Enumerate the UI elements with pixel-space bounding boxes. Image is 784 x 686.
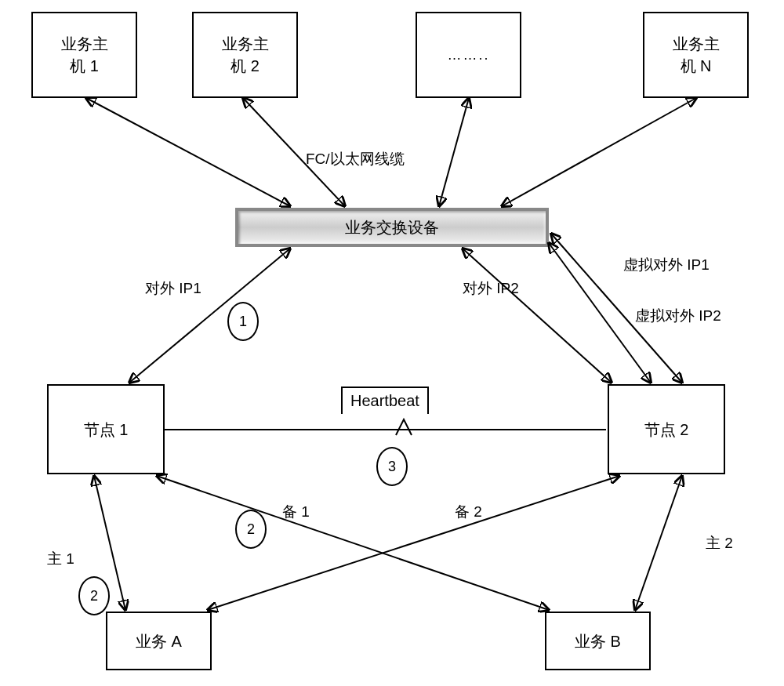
- svg-line-2: [439, 98, 469, 206]
- backup2-label: 备 2: [455, 502, 482, 522]
- primary1-label: 主 1: [47, 549, 74, 569]
- node-1-label: 节点 1: [84, 419, 129, 441]
- host-box-1: 业务主 机 1: [31, 12, 137, 98]
- service-b-label: 业务 B: [575, 630, 621, 652]
- marker-3: 3: [376, 447, 408, 486]
- primary2-label: 主 2: [706, 533, 733, 554]
- ext-ip2-label: 对外 IP2: [463, 278, 519, 299]
- backup1-label: 备 1: [282, 502, 310, 522]
- host-box-2: 业务主 机 2: [192, 12, 298, 98]
- heartbeat-label: Heartbeat: [350, 392, 419, 409]
- host-label-n: 业务主 机 N: [673, 33, 720, 77]
- svg-line-10: [157, 476, 549, 610]
- marker-2b: 2: [78, 576, 110, 615]
- node-1-box: 节点 1: [47, 384, 165, 474]
- marker-2a: 2: [235, 510, 267, 549]
- service-b-box: 业务 B: [545, 612, 651, 670]
- svg-line-5: [463, 249, 612, 383]
- svg-line-3: [502, 98, 696, 206]
- host-label-2: 业务主 机 2: [222, 33, 269, 77]
- svg-line-4: [129, 249, 290, 383]
- host-label-1: 业务主 机 1: [61, 33, 108, 77]
- node-2-box: 节点 2: [608, 384, 725, 474]
- svg-line-12: [635, 476, 682, 610]
- marker-1: 1: [227, 302, 259, 341]
- heartbeat-box: Heartbeat: [341, 387, 429, 414]
- host-box-n: 业务主 机 N: [643, 12, 749, 98]
- vext-ip1-label: 虚拟对外 IP1: [623, 255, 710, 275]
- svg-line-0: [86, 98, 290, 206]
- cable-label: FC/以太网线缆: [306, 149, 405, 169]
- service-a-box: 业务 A: [106, 612, 212, 670]
- node-2-label: 节点 2: [644, 419, 689, 441]
- service-a-label: 业务 A: [136, 630, 182, 652]
- connectors-svg: [0, 0, 784, 686]
- svg-line-11: [208, 476, 619, 610]
- ext-ip1-label: 对外 IP1: [145, 278, 201, 299]
- vext-ip2-label: 虚拟对外 IP2: [635, 306, 721, 326]
